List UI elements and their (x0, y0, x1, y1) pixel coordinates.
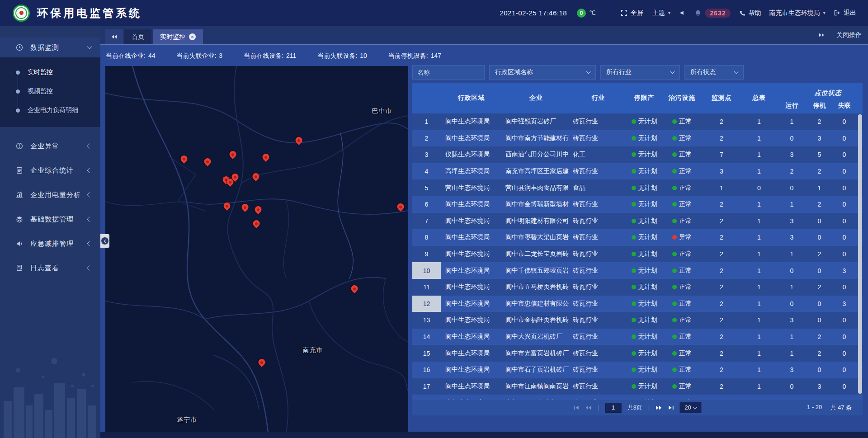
map-panel[interactable]: 巴中市南充市遂宁市 (105, 66, 408, 432)
sidebar-item-1[interactable]: 数据监测 (0, 38, 100, 57)
table-row[interactable]: 5营山生态环境局营山县润丰肉食品有限食品无计划正常10010 (412, 179, 863, 196)
table-row[interactable]: 14阆中生态环境局阆中大兴页岩机砖厂砖瓦行业无计划正常21120 (412, 329, 863, 345)
bell-icon (694, 9, 702, 17)
chevron-left-icon (87, 192, 92, 197)
prev-page-button[interactable] (585, 405, 591, 410)
status-dot-icon (632, 318, 636, 322)
name-filter-input[interactable] (412, 65, 485, 80)
table-scrollbar[interactable] (858, 114, 862, 394)
bottom-strip (100, 432, 868, 438)
sidebar-item-4[interactable]: 企业用电量分析 (0, 183, 100, 207)
cell-industry: 砖瓦行业 (571, 134, 626, 142)
status-dot-icon (632, 186, 636, 190)
cell-row-number: 17 (412, 378, 441, 395)
cell-lost-count: 0 (832, 250, 857, 258)
table-row[interactable]: 17阆中生态环境局阆中市江南镇阆南页岩砖瓦行业无计划正常21030 (412, 378, 863, 395)
cell-industry: 砖瓦行业 (571, 233, 626, 241)
cell-row-number: 7 (412, 213, 441, 230)
first-page-button[interactable] (573, 405, 579, 410)
cell-lost-count: 0 (832, 383, 857, 390)
notifications-button[interactable]: 2632 (694, 9, 731, 18)
cell-region: 阆中生态环境局 (441, 283, 502, 291)
cell-row-number: 11 (412, 279, 441, 296)
cell-monitor-count: 2 (702, 350, 741, 357)
sidebar-item-5[interactable]: 基础数据管理 (0, 207, 100, 231)
cell-total-meter: 1 (741, 316, 777, 324)
status-value: 44 (148, 52, 156, 60)
sidebar-item-2[interactable]: 企业异常 (0, 134, 100, 158)
table-row[interactable]: 12阆中生态环境局阆中市忠信建材有限公砖瓦行业无计划正常21003 (412, 296, 863, 312)
status-filter-select[interactable]: 所有状态 (684, 65, 744, 80)
table-row[interactable]: 1阆中生态环境局阆中强锐页岩砖厂砖瓦行业无计划正常21120 (412, 113, 863, 130)
table-row[interactable]: 4高坪生态环境局南充市高坪区王家店建砖瓦行业无计划正常31220 (412, 163, 863, 180)
cell-industry: 砖瓦行业 (571, 250, 626, 258)
region-filter-select[interactable]: 行政区域名称 (489, 65, 596, 80)
help-button[interactable]: 帮助 (739, 9, 761, 17)
cell-plan: 无计划 (626, 217, 662, 225)
col-header-total: 总表 (741, 94, 777, 102)
tab-home[interactable]: 首页 (124, 29, 151, 44)
cell-plan: 无计划 (626, 349, 662, 358)
table-row[interactable]: 10阆中生态环境局阆中千佛镇五郎垭页岩砖瓦行业无计划正常21003 (412, 262, 863, 279)
cell-run-count: 1 (777, 201, 807, 208)
table-row[interactable]: 15阆中生态环境局阆中市光富页岩机砖厂砖瓦行业无计划正常21120 (412, 345, 863, 362)
cell-total-meter: 1 (741, 135, 777, 142)
cell-plan: 无计划 (626, 184, 662, 192)
sidebar-subitem[interactable]: 企业电力负荷明细 (0, 101, 100, 120)
cell-monitor-count: 2 (702, 135, 741, 142)
megaphone-icon (15, 240, 24, 248)
table-row[interactable]: 2阆中生态环境局阆中市南方节能建材有砖瓦行业无计划正常21030 (412, 130, 863, 147)
status-dot-icon (632, 351, 636, 356)
table-row[interactable]: 13阆中生态环境局阆中市金福旺页岩机砖砖瓦行业无计划正常21300 (412, 312, 863, 329)
table-row[interactable]: 18南部生态环境局南部县双佛土砖有限公砖瓦行业无计划正常21020 (412, 395, 863, 400)
sidebar-subitem[interactable]: 视频监控 (0, 82, 100, 101)
tabs-scroll-right-button[interactable] (819, 33, 825, 38)
tabs-scroll-left-button[interactable] (105, 29, 123, 44)
log-icon (15, 264, 24, 272)
mute-button[interactable] (679, 9, 686, 16)
cell-run-count: 0 (777, 267, 807, 274)
close-operations-button[interactable]: 关闭操作 (836, 31, 862, 39)
table-row[interactable]: 9阆中生态环境局阆中市二龙长宝页岩砖砖瓦行业无计划正常21120 (412, 246, 863, 263)
cell-industry: 砖瓦行业 (571, 333, 626, 341)
cell-company: 阆中市金福旺页岩机砖 (502, 316, 571, 324)
page-number-input[interactable] (605, 403, 621, 413)
temperature-unit: ℃ (589, 9, 596, 16)
cell-total-meter: 1 (741, 250, 777, 258)
tab-realtime-monitor[interactable]: 实时监控 ✕ (153, 29, 203, 44)
industry-filter-select[interactable]: 所有行业 (600, 65, 680, 80)
tab-close-icon[interactable]: ✕ (189, 33, 196, 40)
org-dropdown[interactable]: 南充市生态环境局 ▾ (769, 9, 826, 17)
sidebar-item-6[interactable]: 应急减排管理 (0, 231, 100, 256)
table-row[interactable]: 6阆中生态环境局阆中市金博瑞新型墙材砖瓦行业无计划正常21120 (412, 196, 863, 213)
table-row[interactable]: 16阆中生态环境局阆中市石子页岩机砖厂砖瓦行业无计划正常21300 (412, 362, 863, 378)
sidebar-item-3[interactable]: 企业综合统计 (0, 158, 100, 183)
sidebar-item-label: 数据监测 (30, 43, 81, 52)
col-header-monitor: 监测点 (702, 94, 741, 102)
sidebar-collapse-button[interactable] (100, 234, 109, 248)
logout-button[interactable]: 退出 (834, 9, 856, 17)
last-page-button[interactable] (668, 405, 674, 410)
table-row[interactable]: 11阆中生态环境局阆中市五马桥页岩机砖砖瓦行业无计划正常21120 (412, 279, 863, 296)
table-row[interactable]: 8阆中生态环境局阆中市枣碧大梁山页岩砖瓦行业无计划异常21300 (412, 229, 863, 246)
status-dot-icon (672, 186, 677, 190)
status-bar: 当前在线企业:44当前失联企业:3当前在线设备:211当前失联设备:10当前停机… (106, 52, 441, 60)
cell-run-count: 3 (777, 316, 807, 324)
cell-plan: 无计划 (626, 283, 662, 291)
fullscreen-label: 全屏 (631, 9, 643, 17)
table-row[interactable]: 3仪陇生态环境局西南油气田分公司川中化工无计划正常71350 (412, 146, 863, 163)
cell-monitor-count: 2 (702, 333, 741, 340)
fullscreen-button[interactable]: 全屏 (621, 9, 643, 17)
chevron-left-icon (87, 217, 92, 221)
sidebar-subitem[interactable]: 实时监控 (0, 63, 100, 82)
status-value: 147 (431, 52, 441, 60)
page-size-select[interactable]: 20 (680, 402, 702, 413)
theme-dropdown[interactable]: 主题 ▾ (652, 9, 671, 17)
sidebar-item-label: 应急减排管理 (30, 240, 81, 248)
sidebar-item-7[interactable]: 日志查看 (0, 256, 100, 280)
status-label: 当前停机设备: (388, 52, 428, 60)
next-page-button[interactable] (656, 405, 662, 410)
table-row[interactable]: 7阆中生态环境局阆中明阳建材有限公司砖瓦行业无计划正常21300 (412, 213, 863, 230)
cell-run-count: 1 (777, 118, 807, 125)
chevron-down-icon: ▾ (668, 10, 671, 16)
